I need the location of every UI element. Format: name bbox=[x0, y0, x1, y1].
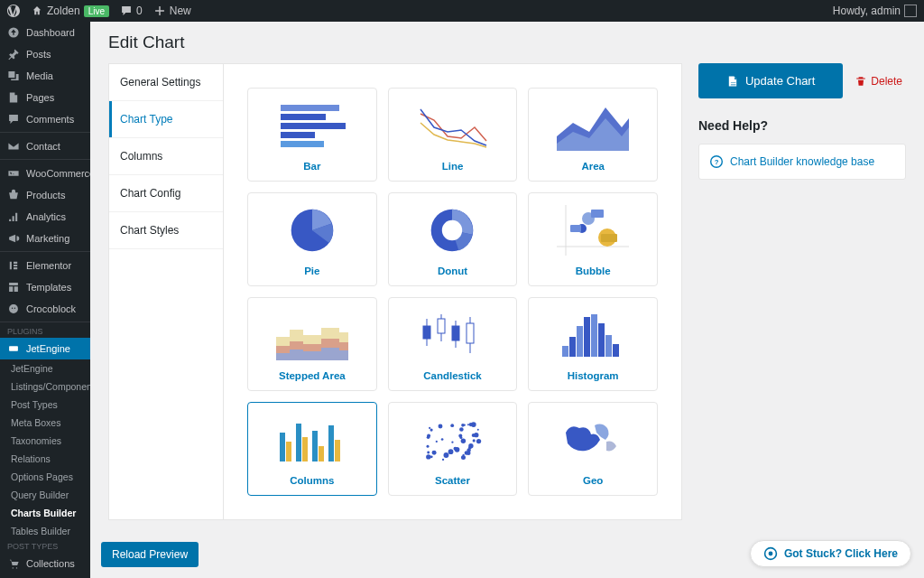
site-name[interactable]: Zolden Live bbox=[31, 5, 109, 17]
svg-point-53 bbox=[441, 438, 444, 441]
chart-type-candlestick[interactable]: Candlestick bbox=[388, 297, 518, 391]
svg-rect-14 bbox=[591, 210, 604, 218]
sidebar-item-collections[interactable]: Collections bbox=[0, 553, 90, 574]
bar-preview-icon bbox=[254, 96, 371, 155]
svg-rect-0 bbox=[9, 346, 18, 351]
chart-type-donut[interactable]: Donut bbox=[388, 192, 518, 286]
sidebar-item-comments[interactable]: Comments bbox=[0, 108, 90, 130]
submenu-meta-boxes[interactable]: Meta Boxes bbox=[0, 414, 90, 432]
tab-general-settings[interactable]: General Settings bbox=[109, 64, 223, 101]
svg-point-77 bbox=[432, 451, 437, 455]
svg-point-59 bbox=[428, 434, 431, 437]
submenu-relations[interactable]: Relations bbox=[0, 450, 90, 468]
chart-type-label: Bubble bbox=[534, 266, 651, 276]
chart-type-pie[interactable]: Pie bbox=[247, 192, 377, 286]
svg-rect-30 bbox=[584, 317, 590, 357]
svg-point-70 bbox=[475, 433, 479, 437]
chart-type-stepped-area[interactable]: Stepped Area bbox=[247, 297, 377, 391]
sidebar-item-jetengine[interactable]: JetEngine bbox=[0, 338, 90, 359]
delete-button[interactable]: Delete bbox=[852, 63, 906, 98]
sidebar-item-pages[interactable]: Pages bbox=[0, 87, 90, 108]
chart-type-area[interactable]: Area bbox=[528, 88, 658, 182]
submenu-tables-builder[interactable]: Tables Builder bbox=[0, 522, 90, 540]
svg-rect-5 bbox=[281, 141, 324, 147]
svg-rect-41 bbox=[328, 425, 334, 461]
svg-rect-3 bbox=[281, 123, 346, 129]
tab-chart-type[interactable]: Chart Type bbox=[109, 101, 223, 138]
chart-type-label: Candlestick bbox=[394, 370, 512, 381]
columns-preview-icon bbox=[254, 410, 371, 470]
svg-point-62 bbox=[469, 423, 473, 426]
svg-text:?: ? bbox=[715, 158, 719, 166]
submenu-header-2: Post Types bbox=[0, 540, 90, 553]
sidebar-item-elementor[interactable]: Elementor bbox=[0, 255, 90, 276]
sidebar-item-crocoblock[interactable]: Crocoblock bbox=[0, 298, 90, 320]
chart-type-label: Line bbox=[394, 161, 512, 172]
donut-preview-icon bbox=[394, 200, 512, 260]
chart-type-line[interactable]: Line bbox=[388, 88, 518, 182]
histogram-preview-icon bbox=[534, 305, 651, 365]
svg-rect-32 bbox=[598, 323, 605, 357]
svg-rect-38 bbox=[302, 437, 308, 461]
chart-type-label: Histogram bbox=[534, 370, 651, 381]
svg-point-71 bbox=[467, 424, 469, 425]
sidebar-item-posts[interactable]: Posts bbox=[0, 43, 90, 65]
svg-point-51 bbox=[430, 427, 431, 429]
svg-rect-4 bbox=[281, 132, 315, 138]
sidebar-item-appearance[interactable]: Appearance bbox=[0, 574, 90, 578]
chart-type-geo[interactable]: Geo bbox=[528, 402, 658, 496]
submenu-query-builder[interactable]: Query Builder bbox=[0, 486, 90, 504]
tab-columns[interactable]: Columns bbox=[109, 138, 223, 175]
chart-type-scatter[interactable]: Scatter bbox=[388, 402, 518, 496]
submenu-listings-components[interactable]: Listings/Components bbox=[0, 378, 90, 396]
svg-point-54 bbox=[444, 452, 449, 458]
submenu-taxonomies[interactable]: Taxonomies bbox=[0, 432, 90, 450]
svg-point-82 bbox=[464, 424, 466, 426]
chart-type-label: Area bbox=[534, 161, 651, 172]
sidebar-item-marketing[interactable]: Marketing bbox=[0, 228, 90, 249]
help-link[interactable]: ?Chart Builder knowledge base bbox=[698, 144, 906, 180]
svg-rect-39 bbox=[312, 431, 318, 461]
svg-point-57 bbox=[427, 454, 431, 459]
sidebar-item-media[interactable]: Media bbox=[0, 65, 90, 87]
tab-chart-config[interactable]: Chart Config bbox=[109, 175, 223, 212]
stepped area-preview-icon bbox=[254, 305, 371, 365]
chart-type-columns[interactable]: Columns bbox=[247, 402, 377, 496]
candlestick-preview-icon bbox=[394, 305, 512, 365]
avatar-icon bbox=[904, 5, 917, 17]
submenu-header: Plugins bbox=[0, 325, 90, 338]
got-stuck-button[interactable]: Got Stuck? Click Here bbox=[750, 540, 911, 567]
reload-preview-button[interactable]: Reload Preview bbox=[101, 542, 199, 567]
chart-type-bubble[interactable]: Bubble bbox=[528, 192, 658, 286]
svg-rect-16 bbox=[570, 225, 581, 232]
svg-point-50 bbox=[477, 429, 479, 431]
svg-rect-31 bbox=[591, 314, 597, 357]
svg-rect-33 bbox=[605, 335, 612, 357]
svg-rect-22 bbox=[438, 319, 445, 333]
sidebar-item-analytics[interactable]: Analytics bbox=[0, 206, 90, 228]
new-link[interactable]: New bbox=[153, 5, 191, 17]
svg-point-80 bbox=[461, 439, 466, 443]
howdy[interactable]: Howdy, admin bbox=[833, 5, 917, 17]
sidebar-item-templates[interactable]: Templates bbox=[0, 276, 90, 298]
submenu-charts-builder[interactable]: Charts Builder bbox=[0, 504, 90, 522]
submenu-jetengine[interactable]: JetEngine bbox=[0, 359, 90, 378]
svg-rect-28 bbox=[569, 337, 576, 357]
sidebar-item-contact[interactable]: Contact bbox=[0, 135, 90, 157]
submenu-options-pages[interactable]: Options Pages bbox=[0, 468, 90, 486]
svg-rect-2 bbox=[281, 114, 326, 120]
wp-logo[interactable] bbox=[7, 5, 20, 17]
chart-type-label: Scatter bbox=[394, 475, 512, 486]
chart-type-bar[interactable]: Bar bbox=[247, 88, 377, 182]
sidebar-item-dashboard[interactable]: Dashboard bbox=[0, 22, 90, 43]
svg-point-76 bbox=[459, 434, 463, 437]
submenu-post-types[interactable]: Post Types bbox=[0, 396, 90, 414]
tab-content: BarLineAreaPieDonutBubbleStepped AreaCan… bbox=[224, 63, 682, 520]
sidebar-item-woocommerce[interactable]: WooCommerce bbox=[0, 163, 90, 184]
sidebar-item-products[interactable]: Products bbox=[0, 184, 90, 206]
chart-type-histogram[interactable]: Histogram bbox=[528, 297, 658, 391]
update-chart-button[interactable]: Update Chart bbox=[698, 63, 843, 98]
tab-chart-styles[interactable]: Chart Styles bbox=[109, 212, 223, 249]
page-title: Edit Chart bbox=[108, 33, 906, 52]
comments-link[interactable]: 0 bbox=[120, 5, 143, 17]
